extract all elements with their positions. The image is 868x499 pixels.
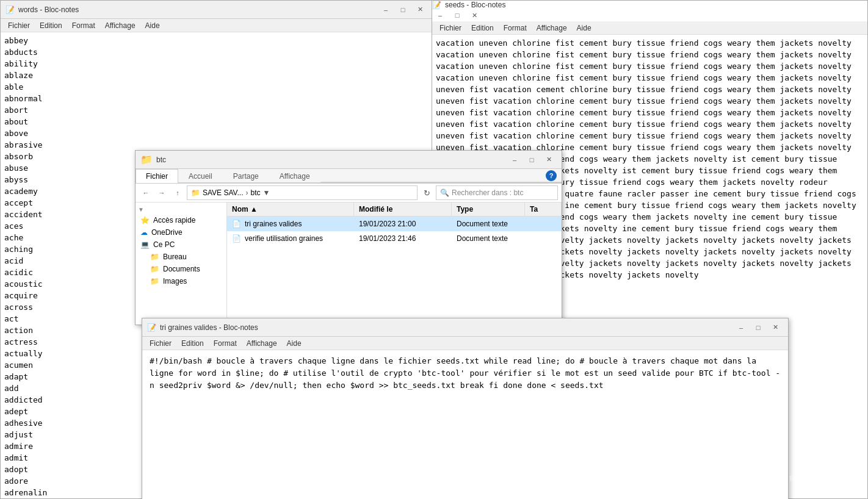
explorer-tab-fichier[interactable]: Fichier [136, 169, 178, 183]
explorer-help-icon[interactable]: ? [546, 170, 557, 181]
path-part1: SAVE SAV... [203, 188, 243, 197]
seeds-titlebar: 📝 seeds - Bloc-notes – □ ✕ [432, 1, 867, 21]
seeds-menu-aide[interactable]: Aide [572, 23, 596, 34]
words-close-button[interactable]: ✕ [412, 4, 428, 16]
sidebar-ce-pc[interactable]: 💻 Ce PC [136, 239, 226, 251]
explorer-ribbon: Fichier Accueil Partage Affichage ? [136, 169, 562, 184]
sidebar-bureau[interactable]: 📁 Bureau [136, 251, 226, 263]
sidebar-images[interactable]: 📁 Images [136, 275, 226, 287]
seeds-menu-fichier[interactable]: Fichier [435, 23, 466, 34]
seeds-menu-edition[interactable]: Edition [466, 23, 499, 34]
explorer-title: btc [156, 156, 166, 164]
file-name-verifie: 📄 verifie utilisation graines [227, 233, 354, 244]
tri-menu-edition[interactable]: Edition [176, 338, 209, 349]
file-doc-icon-verifie: 📄 [232, 234, 241, 243]
explorer-tabs: Fichier Accueil Partage Affichage ? [136, 169, 562, 183]
file-name-tri: 📄 tri graines valides [227, 218, 354, 229]
tri-menu-aide[interactable]: Aide [282, 338, 306, 349]
tri-menu-fichier[interactable]: Fichier [145, 338, 176, 349]
images-icon: 📁 [150, 277, 159, 285]
file-explorer: 📁 btc – □ ✕ Fichier Accueil Partage Affi… [135, 150, 562, 325]
address-path[interactable]: 📁 SAVE SAV... › btc ▼ [187, 185, 418, 200]
tri-notepad-icon: 📝 [147, 323, 156, 332]
file-row-tri[interactable]: 📄 tri graines valides 19/01/2023 21:00 D… [227, 217, 562, 231]
file-date-tri: 19/01/2023 21:00 [354, 218, 452, 229]
explorer-files: Nom ▲ Modifié le Type Ta 📄 tri graines v… [227, 203, 562, 325]
quick-access-label: Accès rapide [153, 216, 195, 224]
bureau-icon: 📁 [150, 253, 159, 261]
col-modifie[interactable]: Modifié le [354, 203, 452, 216]
explorer-maximize-button[interactable]: □ [524, 154, 540, 166]
seeds-minimize-button[interactable]: – [432, 9, 448, 21]
explorer-tab-accueil[interactable]: Accueil [178, 169, 223, 183]
forward-button[interactable]: → [155, 186, 168, 199]
explorer-titlebar: 📁 btc – □ ✕ [136, 151, 562, 169]
ce-pc-icon: 💻 [140, 240, 150, 249]
words-menu-edition[interactable]: Edition [35, 20, 67, 31]
sidebar-collapse-arrow[interactable]: ▼ [138, 206, 144, 213]
seeds-close-button[interactable]: ✕ [466, 9, 482, 21]
back-button[interactable]: ← [139, 186, 153, 199]
explorer-close-button[interactable]: ✕ [541, 154, 557, 166]
onedrive-label: OneDrive [151, 228, 183, 237]
tri-maximize-button[interactable]: □ [750, 321, 766, 334]
explorer-tab-partage[interactable]: Partage [223, 169, 269, 183]
tri-minimize-button[interactable]: – [733, 321, 749, 334]
explorer-main: ▼ ⭐ Accès rapide ☁ OneDrive 💻 Ce PC 📁 Bu… [136, 203, 562, 325]
seeds-menu-affichage[interactable]: Affichage [532, 23, 572, 34]
refresh-button[interactable]: ↻ [420, 186, 433, 199]
col-nom[interactable]: Nom ▲ [227, 203, 354, 216]
sidebar-onedrive[interactable]: ☁ OneDrive [136, 226, 226, 239]
tri-notepad-title: tri graines valides - Bloc-notes [160, 323, 258, 332]
images-label: Images [163, 277, 187, 285]
tri-content[interactable]: #!/bin/bash # boucle à travers chaque li… [142, 350, 788, 499]
tri-close-button[interactable]: ✕ [767, 321, 783, 334]
path-separator: › [245, 188, 248, 197]
sidebar-documents[interactable]: 📁 Documents [136, 263, 226, 275]
col-taille[interactable]: Ta [525, 203, 562, 216]
path-part2: btc [250, 188, 260, 197]
tri-menu: Fichier Edition Format Affichage Aide [142, 337, 788, 350]
explorer-minimize-button[interactable]: – [507, 154, 523, 166]
words-notepad-icon: 📝 [5, 5, 15, 14]
up-button[interactable]: ↑ [171, 186, 184, 199]
tri-menu-format[interactable]: Format [209, 338, 242, 349]
seeds-maximize-button[interactable]: □ [449, 9, 465, 21]
file-row-verifie[interactable]: 📄 verifie utilisation graines 19/01/2023… [227, 231, 562, 246]
tri-notepad: 📝 tri graines valides - Bloc-notes – □ ✕… [142, 318, 789, 499]
words-menu-aide[interactable]: Aide [140, 20, 165, 31]
quick-access-icon: ⭐ [140, 216, 150, 224]
search-icon: 🔍 [440, 188, 449, 197]
words-menu-fichier[interactable]: Fichier [3, 20, 35, 31]
words-menu: Fichier Edition Format Affichage Aide [1, 19, 433, 32]
sort-icon: ▲ [250, 205, 258, 214]
explorer-tab-affichage[interactable]: Affichage [269, 169, 320, 183]
sidebar-quick-access[interactable]: ⭐ Accès rapide [136, 214, 226, 226]
seeds-notepad-title: seeds - Bloc-notes [445, 1, 505, 9]
files-header: Nom ▲ Modifié le Type Ta [227, 203, 562, 217]
search-placeholder: Rechercher dans : btc [452, 188, 523, 197]
file-type-tri: Document texte [452, 218, 525, 229]
file-size-tri [525, 223, 562, 225]
col-type[interactable]: Type [452, 203, 525, 216]
ce-pc-label: Ce PC [153, 240, 175, 249]
bureau-label: Bureau [163, 253, 187, 261]
tri-titlebar: 📝 tri graines valides - Bloc-notes – □ ✕ [142, 318, 788, 337]
words-menu-format[interactable]: Format [67, 20, 100, 31]
seeds-menu-format[interactable]: Format [499, 23, 532, 34]
words-minimize-button[interactable]: – [378, 4, 394, 16]
tri-menu-affichage[interactable]: Affichage [242, 338, 282, 349]
documents-icon: 📁 [150, 265, 159, 273]
explorer-sidebar: ▼ ⭐ Accès rapide ☁ OneDrive 💻 Ce PC 📁 Bu… [136, 203, 227, 325]
words-menu-affichage[interactable]: Affichage [100, 20, 140, 31]
words-titlebar: 📝 words - Bloc-notes – □ ✕ [1, 1, 433, 19]
seeds-notepad-icon: 📝 [432, 1, 441, 9]
words-maximize-button[interactable]: □ [395, 4, 411, 16]
file-size-verifie [525, 237, 562, 240]
path-dropdown-icon[interactable]: ▼ [263, 188, 270, 197]
search-box[interactable]: 🔍 Rechercher dans : btc [436, 185, 558, 200]
path-icon: 📁 [191, 188, 200, 197]
documents-label: Documents [163, 265, 200, 273]
file-date-verifie: 19/01/2023 21:46 [354, 233, 452, 244]
explorer-folder-icon: 📁 [140, 154, 153, 165]
